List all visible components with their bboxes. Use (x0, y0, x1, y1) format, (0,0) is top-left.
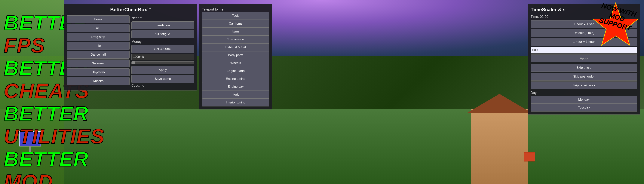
needs-label: Needs: (132, 16, 194, 20)
exhaust-fuel-button[interactable]: Exhaust & fuel (202, 43, 269, 51)
mod-support-badge: NOW WITH MOD SUPPORT !!! (589, 2, 642, 55)
engine-parts-button[interactable]: Engine parts (202, 67, 269, 75)
engine-bay-button[interactable]: Engine bay (202, 83, 269, 91)
body-parts-button[interactable]: Body parts (202, 51, 269, 59)
panel-title: BetterCheatBox1.0 (67, 7, 194, 12)
skip-uncle-button[interactable]: Skip uncle (530, 64, 637, 72)
suspension-button[interactable]: Suspension (202, 36, 269, 43)
slider-container (132, 62, 194, 64)
tuesday-button[interactable]: Tuesday (530, 104, 637, 112)
teleport-panel: Teleport to me: Tools Car items Items Su… (199, 4, 272, 110)
money-slider[interactable] (132, 62, 194, 64)
cops-status: Cops: no (132, 84, 194, 88)
main-panel: BetterCheatBox1.0 Home Re... Drag strip … (64, 4, 197, 90)
tools-button[interactable]: Tools (202, 12, 269, 20)
full-fatigue-button[interactable]: full fatigue (132, 30, 194, 38)
car-items-button[interactable]: Car items (202, 20, 269, 28)
panel-columns: Home Re... Drag strip ...ie Dance hall S… (67, 16, 194, 88)
restore-button[interactable]: Re... (67, 24, 130, 32)
money-label: Money: (132, 40, 194, 44)
apply-money-button[interactable]: Apply (132, 66, 194, 74)
save-game-button[interactable]: Save game (132, 75, 194, 83)
set-3000mk-button[interactable]: Set 3000mk (132, 45, 194, 53)
needs-toggle-button[interactable]: needs: on (132, 22, 194, 29)
day-label: Day: (530, 91, 637, 95)
village-button[interactable]: ...ie (67, 42, 130, 50)
ruscko-button[interactable]: Ruscko (67, 77, 130, 85)
satsuma-button[interactable]: Satsuma (67, 60, 130, 68)
hayosiko-button[interactable]: Hayosiko (67, 68, 130, 76)
mailbox (524, 152, 535, 162)
drag-strip-button[interactable]: Drag strip (67, 33, 130, 41)
big-text-line3: BETTER UTILITIES (4, 102, 128, 148)
home-button[interactable]: Home (67, 16, 130, 23)
monday-button[interactable]: Monday (530, 96, 637, 104)
cheats-column: Needs: needs: on full fatigue Money: Set… (132, 16, 194, 88)
interior-button[interactable]: Interior (202, 91, 269, 98)
dance-hall-button[interactable]: Dance hall (67, 51, 130, 58)
items-button[interactable]: Items (202, 28, 269, 36)
engine-tuning-button[interactable]: Engine tuning (202, 75, 269, 83)
skip-post-order-button[interactable]: Skip post order (530, 73, 637, 80)
money-input[interactable]: 1000mk (132, 54, 194, 60)
locations-column: Home Re... Drag strip ...ie Dance hall S… (67, 16, 130, 88)
house-roof (468, 94, 531, 113)
wheels-button[interactable]: Wheels (202, 59, 269, 67)
interior-tuning-button[interactable]: Interior tuning (202, 98, 269, 106)
time-panel: TimeScaler & s NOW WITH MOD SUPPORT !!! … (528, 4, 640, 114)
teleport-label: Teleport to me: (202, 8, 269, 12)
skip-repair-work-button[interactable]: Skip repair work (530, 82, 637, 89)
big-text-line4: BETTER MOD (4, 148, 128, 184)
time-apply-button[interactable]: Apply (530, 54, 637, 62)
house (471, 109, 528, 184)
